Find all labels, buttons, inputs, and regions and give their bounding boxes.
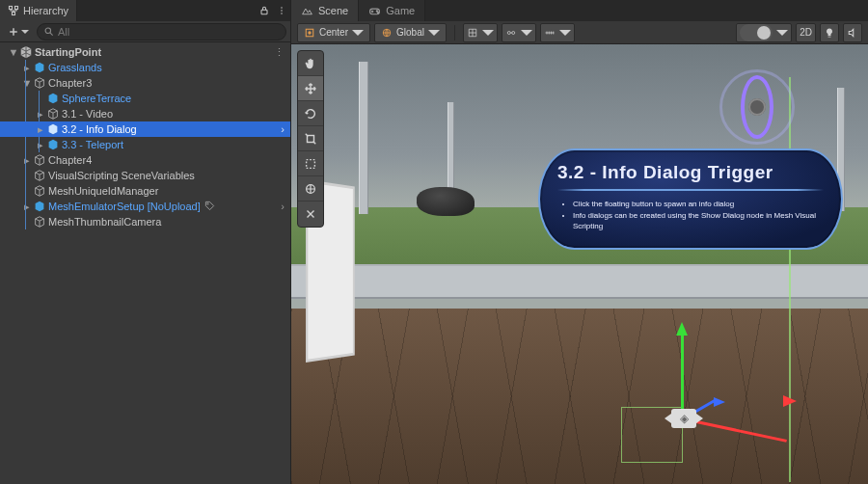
plus-icon [8, 26, 19, 38]
tree-item-teleport[interactable]: ▸ 3.3 - Teleport [0, 137, 290, 152]
lightbulb-icon [824, 27, 835, 39]
svg-point-6 [281, 13, 283, 14]
foldout-open-icon[interactable]: ▼ [8, 46, 19, 58]
gameobject-cube-icon [33, 153, 46, 167]
draw-mode-dropdown[interactable] [736, 23, 792, 42]
svg-rect-3 [261, 10, 267, 14]
item-label: MeshUniqueIdManager [48, 185, 158, 197]
custom-tools-dropdown[interactable] [298, 202, 323, 227]
tree-item-info-dialog[interactable]: ▸ 3.2 - Info Dialog › [0, 121, 290, 137]
svg-rect-0 [10, 7, 13, 10]
hierarchy-icon [8, 5, 19, 16]
gizmo-y-axis[interactable] [681, 334, 684, 420]
foldout-open-icon[interactable]: ▼ [21, 77, 33, 89]
tree-item-video[interactable]: ▸ 3.1 - Video [0, 106, 290, 121]
svg-rect-17 [308, 135, 314, 142]
tree-item-emulator[interactable]: ▸ MeshEmulatorSetup [NoUpload] › [0, 199, 290, 214]
orientation-gizmo[interactable] [714, 64, 800, 150]
hierarchy-panel: Hierarchy ▼ StartingPoint ⋮ [0, 0, 291, 484]
2d-toggle[interactable]: 2D [796, 23, 816, 42]
unity-logo-icon [19, 45, 33, 59]
svg-point-8 [207, 202, 208, 203]
hierarchy-toolbar [0, 21, 290, 42]
item-label: MeshEmulatorSetup [NoUpload] [48, 201, 201, 212]
dialog-bullets: Click the floating button to spawn an in… [557, 199, 824, 232]
tag-icon [204, 201, 215, 213]
rock-object [417, 187, 475, 216]
search-input[interactable] [58, 26, 280, 38]
svg-point-7 [45, 28, 51, 34]
hand-tool[interactable] [298, 51, 323, 76]
item-label: Grasslands [48, 62, 102, 73]
rotate-tool[interactable] [298, 101, 323, 126]
gameobject-cube-icon [33, 184, 46, 198]
tree-item-chapter4[interactable]: ▸ Chapter4 [0, 152, 290, 168]
center-icon [304, 27, 315, 39]
hierarchy-tab-label: Hierarchy [23, 5, 68, 16]
scene-menu-icon[interactable]: ⋮ [274, 46, 285, 59]
scene-root[interactable]: ▼ StartingPoint ⋮ [0, 44, 290, 60]
hierarchy-tree[interactable]: ▼ StartingPoint ⋮ ▸ Grasslands ▼ Chapter… [0, 42, 290, 484]
grid-snap-button[interactable] [463, 23, 498, 42]
svg-point-4 [281, 7, 283, 9]
hierarchy-tab[interactable]: Hierarchy [0, 0, 77, 21]
svg-rect-2 [13, 13, 15, 15]
dialog-bullet: Click the floating button to spawn an in… [573, 199, 824, 210]
item-label: VisualScripting SceneVariables [48, 170, 195, 181]
svg-rect-1 [15, 7, 18, 10]
scene-name: StartingPoint [35, 46, 101, 58]
tree-item-thumbnail-camera[interactable]: MeshThumbnailCamera [0, 214, 290, 229]
tab-game[interactable]: Game [359, 0, 425, 21]
gizmo-screen-handle[interactable]: ◈ [671, 409, 696, 428]
snap-icon [505, 27, 517, 39]
foldout-closed-icon[interactable]: ▸ [21, 154, 33, 167]
snap-increment-button[interactable] [502, 23, 536, 42]
gizmo-center[interactable] [748, 98, 766, 116]
item-label: SphereTerrace [62, 93, 131, 104]
chevron-down-icon [21, 28, 29, 36]
move-gizmo[interactable]: ◈ [621, 310, 775, 465]
tree-item-uid-manager[interactable]: MeshUniqueIdManager [0, 183, 290, 199]
hierarchy-search[interactable] [37, 23, 286, 40]
tree-item-vs-vars[interactable]: VisualScripting SceneVariables [0, 168, 290, 183]
rect-tool[interactable] [298, 151, 323, 176]
chevron-down-icon [559, 27, 571, 39]
pivot-mode-dropdown[interactable]: Center [297, 23, 370, 42]
search-icon [43, 26, 54, 37]
open-prefab-icon[interactable]: › [281, 123, 285, 135]
pillar [359, 62, 368, 214]
ruler-button[interactable] [540, 23, 575, 42]
tree-item-chapter3[interactable]: ▼ Chapter3 [0, 75, 290, 91]
create-dropdown[interactable] [4, 23, 33, 40]
2d-label: 2D [800, 27, 812, 38]
scale-tool[interactable] [298, 126, 323, 151]
transform-tool[interactable] [298, 176, 323, 202]
foldout-closed-icon[interactable]: ▸ [35, 108, 46, 121]
handle-space-dropdown[interactable]: Global [374, 23, 447, 42]
tree-item-sphereterrace[interactable]: SphereTerrace [0, 91, 290, 106]
scene-viewport[interactable]: 3.2 - Info Dialog Trigger Click the floa… [291, 44, 868, 484]
chevron-down-icon [428, 27, 440, 39]
foldout-closed-icon[interactable]: ▸ [21, 201, 33, 213]
panel-menu-icon[interactable] [273, 2, 290, 19]
audio-toggle[interactable] [843, 23, 862, 42]
lock-icon[interactable] [256, 2, 273, 19]
foldout-closed-icon[interactable]: ▸ [35, 139, 46, 151]
scene-toolbar: Center Global 2D [291, 21, 868, 44]
lighting-toggle[interactable] [820, 23, 839, 42]
scene-tools-overlay [297, 50, 324, 228]
divider [557, 189, 824, 191]
move-tool[interactable] [298, 76, 323, 101]
hierarchy-tab-bar: Hierarchy [0, 0, 290, 21]
space-label: Global [396, 27, 424, 38]
gameobject-cube-icon [46, 107, 60, 121]
foldout-closed-icon[interactable]: ▸ [21, 62, 33, 74]
chevron-down-icon [776, 27, 788, 39]
terrace-rim [291, 264, 868, 299]
tab-scene[interactable]: Scene [291, 0, 359, 21]
dialog-bullet: Info dialogs can be created using the Sh… [573, 210, 824, 232]
scene-tab-bar: Scene Game [291, 0, 868, 21]
tree-item-grasslands[interactable]: ▸ Grasslands [0, 60, 290, 75]
foldout-closed-icon[interactable]: ▸ [35, 123, 46, 136]
open-prefab-icon[interactable]: › [281, 201, 285, 212]
